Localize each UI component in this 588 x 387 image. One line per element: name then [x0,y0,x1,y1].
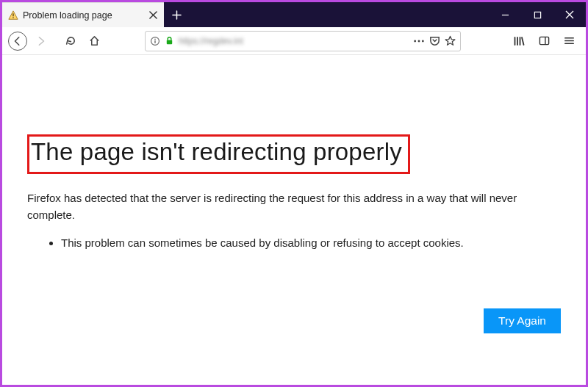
maximize-button[interactable] [521,2,553,27]
warning-icon [8,10,18,21]
browser-window: Problem loading page [0,0,588,387]
site-info-icon[interactable] [150,36,160,46]
svg-point-9 [418,40,420,42]
window-close-button[interactable] [553,2,586,27]
pocket-icon[interactable] [429,35,440,46]
try-again-button[interactable]: Try Again [484,308,561,333]
urlbar-actions [413,35,456,46]
heading-highlight-box: The page isn't redirecting properly [27,134,410,174]
app-menu-icon[interactable] [558,30,580,52]
new-tab-button[interactable] [164,2,189,27]
page-actions-icon[interactable] [413,39,425,43]
minimize-button[interactable] [489,2,521,27]
nav-toolbar: https://regdev.int [2,27,586,55]
library-icon[interactable] [508,30,530,52]
svg-rect-6 [154,38,155,39]
svg-point-10 [422,40,424,42]
svg-rect-3 [534,12,540,18]
sidebars-icon[interactable] [533,30,555,52]
url-text: https://regdev.int [179,36,409,46]
toolbar-right [508,30,581,52]
svg-rect-5 [154,40,155,43]
browser-tab[interactable]: Problem loading page [2,2,164,27]
error-heading: The page isn't redirecting properly [31,138,402,166]
lock-icon [165,36,174,46]
tab-close-button[interactable] [148,10,158,21]
back-button[interactable] [7,30,29,52]
svg-rect-1 [12,13,13,16]
svg-rect-2 [12,17,13,18]
titlebar: Problem loading page [2,2,586,27]
bookmark-star-icon[interactable] [445,35,456,46]
forward-button[interactable] [30,30,52,52]
error-bullet-item: This problem can sometimes be caused by … [61,236,561,249]
error-page-content: The page isn't redirecting properly Fire… [2,55,586,385]
home-button[interactable] [83,30,105,52]
svg-rect-11 [539,37,548,44]
error-description: Firefox has detected that the server is … [27,190,556,223]
tab-title: Problem loading page [23,10,143,21]
titlebar-spacer [189,2,489,27]
reload-button[interactable] [60,30,82,52]
svg-point-8 [414,40,416,42]
window-controls [489,2,586,27]
url-bar[interactable]: https://regdev.int [145,31,461,51]
error-bullets: This problem can sometimes be caused by … [27,236,561,249]
svg-rect-7 [167,40,172,45]
